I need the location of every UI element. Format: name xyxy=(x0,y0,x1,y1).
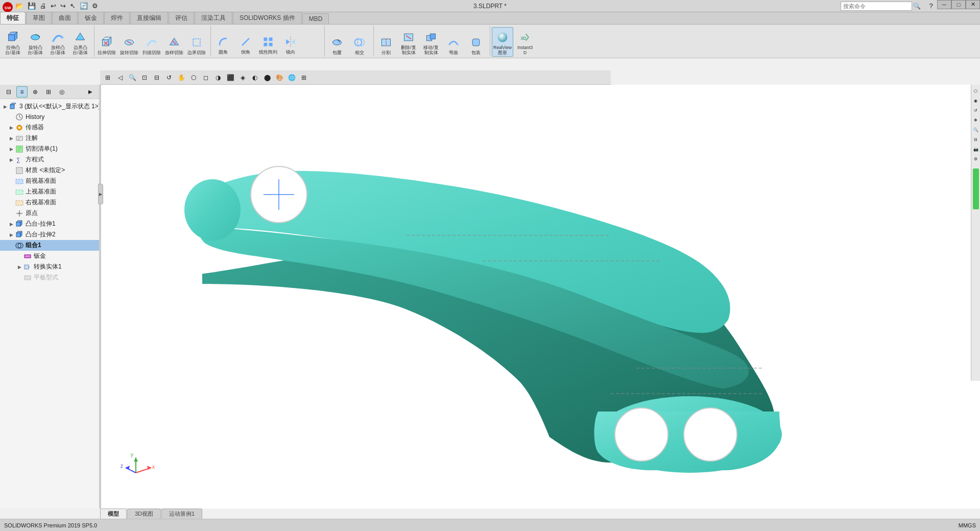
wrap-btn[interactable]: 包覆 xyxy=(326,27,348,57)
tab-sheetmetal[interactable]: 钣金 xyxy=(78,12,104,24)
close-btn[interactable]: ✕ xyxy=(966,0,980,9)
wrap3-btn[interactable]: 包装 xyxy=(465,27,487,57)
3dview-btn[interactable]: ⬡ xyxy=(188,72,199,83)
move-copy-btn[interactable]: 移动/复制实体 xyxy=(420,27,442,57)
tree-rightplane-item[interactable]: 右视基准面 xyxy=(0,197,99,208)
prop-mgr-btn[interactable]: ⊕ xyxy=(30,86,41,98)
minimize-btn[interactable]: ─ xyxy=(937,0,951,9)
split-btn[interactable]: 分割 xyxy=(375,27,397,57)
save-btn[interactable]: 💾 xyxy=(27,1,37,11)
shaded-btn[interactable]: ⬛ xyxy=(225,72,236,83)
tab-model[interactable]: 模型 xyxy=(100,509,127,519)
shaded-edges-btn[interactable]: ◈ xyxy=(237,72,248,83)
ref-geo-btn[interactable]: 参考几何体 xyxy=(257,57,279,58)
look-at-btn[interactable]: ◉ xyxy=(972,96,980,105)
tree-history-item[interactable]: History xyxy=(0,112,99,122)
intersect-btn[interactable]: 相交 xyxy=(349,27,370,57)
tree-sheetmetal-item[interactable]: 钣金 xyxy=(0,251,99,261)
tab-plugins[interactable]: SOLIDWORKS 插件 xyxy=(233,12,302,24)
cut-sweep-btn[interactable]: 扫描切除 xyxy=(141,27,162,57)
tab-features[interactable]: 特征 xyxy=(0,12,26,24)
realview-btn[interactable]: RealView图形 xyxy=(492,27,513,57)
instant3d-btn[interactable]: 3D Instant3D xyxy=(514,27,536,57)
panel-resize-handle[interactable] xyxy=(99,85,101,509)
undo-btn[interactable]: ↩ xyxy=(50,1,57,11)
tree-topplane-item[interactable]: 上视基准面 xyxy=(0,186,99,197)
fillet-btn[interactable]: 圆角 xyxy=(212,27,234,56)
tree-annotation-item[interactable]: ▶ 注解 xyxy=(0,133,99,143)
redo-btn[interactable]: ↪ xyxy=(59,1,67,11)
tab-sketch[interactable]: 草图 xyxy=(26,12,52,24)
mirror-btn[interactable]: 镜向 xyxy=(280,27,301,56)
tree-frontplane-item[interactable]: 前视基准面 xyxy=(0,176,99,186)
boss-loft-btn[interactable]: 边界凸台/基体 xyxy=(69,27,91,57)
cut-revolve-btn[interactable]: 旋转切除 xyxy=(118,27,140,57)
pan-btn[interactable]: ✋ xyxy=(176,72,187,83)
tab-surface[interactable]: 曲面 xyxy=(52,12,78,24)
tree-sensor-item[interactable]: ▶ 传感器 xyxy=(0,122,99,133)
tree-equation-item[interactable]: ▶ ∑ 方程式 xyxy=(0,154,99,165)
zoom-view-btn[interactable]: 🔍 xyxy=(972,126,980,134)
tab-weld[interactable]: 焊件 xyxy=(104,12,130,24)
boss-sweep-btn[interactable]: 放样凸台/基体 xyxy=(47,27,68,57)
wireframe-btn[interactable]: ◻ xyxy=(200,72,211,83)
tree-convert1-item[interactable]: ▶ 转换实体1 xyxy=(0,261,99,272)
camera-btn[interactable]: 📷 xyxy=(972,145,980,153)
search-icon[interactable]: 🔍 xyxy=(913,3,921,10)
scene-btn[interactable]: 🌐 xyxy=(286,72,297,83)
rotate-view-btn[interactable]: ↺ xyxy=(972,106,980,114)
hidden-lines-btn[interactable]: ◑ xyxy=(212,72,224,83)
dim-expert-btn[interactable]: ◎ xyxy=(56,86,67,98)
cut-extrude-btn[interactable]: 拉伸切除 xyxy=(96,27,117,57)
zoom-all-btn[interactable]: ⊡ xyxy=(139,72,150,83)
display-options-btn[interactable]: ⊞ xyxy=(298,72,309,83)
section-view-btn[interactable]: ⬤ xyxy=(261,72,273,83)
tab-evaluate[interactable]: 评估 xyxy=(169,12,194,24)
view-orient-btn[interactable]: ⊞ xyxy=(102,72,113,83)
display-options-btn2[interactable]: ⚙ xyxy=(972,155,980,163)
tree-boss1-item[interactable]: ▶ 凸台-拉伸1 xyxy=(0,219,99,229)
appearance-bar[interactable] xyxy=(973,168,979,209)
config-mgr-btn[interactable]: ⊞ xyxy=(43,86,54,98)
pan-view-btn[interactable]: ✥ xyxy=(972,116,980,124)
bend-btn[interactable]: 弯曲 xyxy=(443,27,464,57)
shell-btn[interactable]: 抽壳 xyxy=(235,57,256,58)
tab-3dview[interactable]: 3D视图 xyxy=(127,509,161,519)
prev-view-btn[interactable]: ◁ xyxy=(114,72,126,83)
tab-render[interactable]: 渲染工具 xyxy=(195,12,232,24)
tab-direct[interactable]: 直接编辑 xyxy=(130,12,168,24)
feature-tree-btn[interactable]: ≡ xyxy=(16,86,28,98)
tab-motion[interactable]: 运动算例1 xyxy=(161,509,202,519)
search-input[interactable] xyxy=(841,2,912,11)
maximize-btn[interactable]: □ xyxy=(951,0,966,9)
rotate-btn[interactable]: ↺ xyxy=(163,72,175,83)
draft-btn[interactable]: 拔模 xyxy=(212,57,234,58)
tab-mbd[interactable]: MBD xyxy=(302,13,329,24)
boss-extrude-btn[interactable]: 拉伸凸台/基体 xyxy=(2,27,23,57)
cut-loft-btn[interactable]: 放样切除 xyxy=(163,27,185,57)
zoom-area-btn[interactable]: 🔍 xyxy=(127,72,138,83)
draft-quality-btn[interactable]: ◐ xyxy=(249,72,260,83)
options-btn[interactable]: ⚙ xyxy=(91,1,99,11)
tree-boss2-item[interactable]: ▶ 凸台-拉伸2 xyxy=(0,229,99,240)
boss-revolve-btn[interactable]: 旋转凸台/基体 xyxy=(25,27,46,57)
tree-material-item[interactable]: 材质 <未指定> xyxy=(0,165,99,176)
print-btn[interactable]: 🖨 xyxy=(39,1,47,11)
section-btn[interactable]: ⊟ xyxy=(972,135,980,143)
tree-origin-item[interactable]: 原点 xyxy=(0,208,99,219)
select-btn[interactable]: ↖ xyxy=(69,1,77,11)
help-icon[interactable]: ? xyxy=(925,0,937,12)
tree-root-item[interactable]: ▶ 3 (默认<<默认>_显示状态 1>) xyxy=(0,101,99,112)
tree-flatpattern-item[interactable]: 平板型式 xyxy=(0,272,99,283)
curves-btn[interactable]: 曲线 xyxy=(280,57,301,58)
zoom-sel-btn[interactable]: ⊟ xyxy=(151,72,162,83)
tree-cutlist-item[interactable]: ▶ 切割清单(1) xyxy=(0,143,99,154)
rebuild-btn[interactable]: 🔄 xyxy=(79,1,89,11)
view-cube-btn[interactable]: ⬡ xyxy=(972,87,980,95)
expand-panel-btn[interactable]: ▶ xyxy=(85,86,96,98)
tree-combine1-item[interactable]: 组合1 xyxy=(0,240,99,251)
3d-canvas[interactable]: x y z xyxy=(100,85,980,509)
filter-icon-btn[interactable]: ⊟ xyxy=(3,86,14,98)
delete-solid-btn[interactable]: 删除/复制实体 xyxy=(398,27,419,57)
panel-collapse-btn[interactable]: ▶ xyxy=(98,184,103,204)
